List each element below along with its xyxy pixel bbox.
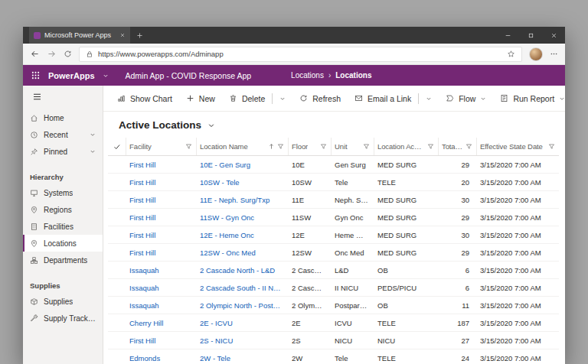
filter-icon[interactable] (185, 143, 192, 150)
table-row[interactable]: Issaquah2 Olympic North - Postpartum2 Ol… (108, 297, 559, 314)
sidebar-item-pinned[interactable]: Pinned (23, 143, 103, 160)
table-row[interactable]: Cherry Hill2E - ICVU2EICVUTELE1873/15/20… (108, 314, 559, 332)
command-flow-button[interactable]: Flow (439, 89, 492, 109)
sidebar-item-home[interactable]: Home (23, 109, 103, 126)
cell-location_name[interactable]: 2E - ICVU (197, 319, 289, 327)
table-row[interactable]: First Hill2S - NICU2SNICUNICU273/15/2020… (108, 332, 559, 349)
view-title[interactable]: Active Locations (119, 119, 201, 131)
row-checkbox[interactable] (108, 174, 126, 190)
filter-icon[interactable] (427, 143, 434, 150)
select-all-checkbox[interactable] (108, 138, 126, 155)
browser-titlebar[interactable]: Microsoft Power Apps (23, 27, 565, 44)
breadcrumb-item[interactable]: Locations (291, 71, 324, 80)
cell-facility[interactable]: Issaquah (126, 284, 197, 292)
command-email-a-link-button[interactable]: Email a Link (348, 89, 438, 109)
powerapps-brand[interactable]: PowerApps (48, 71, 95, 80)
column-header-location-name[interactable]: Location Name (197, 138, 289, 155)
command-delete-button[interactable]: Delete (223, 89, 292, 109)
row-checkbox[interactable] (108, 156, 126, 173)
chevron-down-icon[interactable] (90, 148, 96, 154)
command-show-chart-button[interactable]: Show Chart (111, 89, 178, 109)
row-checkbox[interactable] (108, 349, 126, 364)
address-bar[interactable]: https://www.powerapps.com/Adminapp (79, 47, 522, 62)
cell-location_name[interactable]: 2W - Tele (197, 354, 289, 362)
table-row[interactable]: First Hill11E - Neph. Surg/Txp11ENeph. S… (108, 191, 559, 209)
cell-facility[interactable]: First Hill (126, 336, 197, 345)
table-row[interactable]: Issaquah2 Cascade North - L&D2 Cascade .… (108, 262, 559, 279)
cell-location_name[interactable]: 2S - NICU (197, 336, 289, 345)
cell-facility[interactable]: First Hill (126, 231, 197, 239)
column-header-floor[interactable]: Floor (289, 138, 332, 155)
column-header-unit[interactable]: Unit (332, 138, 374, 155)
cell-location_name[interactable]: 11SW - Gyn Onc (197, 213, 289, 222)
row-checkbox[interactable] (108, 191, 126, 208)
close-button[interactable] (542, 27, 565, 44)
back-button[interactable] (30, 49, 40, 59)
cell-location_name[interactable]: 2 Cascade South - II NICU (197, 284, 289, 292)
sitemap-menu-icon[interactable] (23, 86, 51, 109)
cell-location_name[interactable]: 11E - Neph. Surg/Txp (197, 196, 289, 204)
minimize-button[interactable] (496, 27, 519, 44)
profile-avatar[interactable] (529, 47, 543, 61)
row-checkbox[interactable] (108, 209, 126, 226)
cell-location_name[interactable]: 2 Olympic North - Postpartum (197, 301, 289, 310)
table-row[interactable]: First Hill10E - Gen Surg10EGen SurgMED S… (108, 156, 559, 174)
filter-icon[interactable] (466, 143, 472, 150)
filter-icon[interactable] (277, 143, 284, 150)
command-refresh-button[interactable]: Refresh (293, 89, 347, 109)
column-header-facility[interactable]: Facility (126, 138, 197, 155)
chevron-down-icon[interactable] (90, 132, 96, 138)
chevron-down-icon[interactable] (207, 122, 215, 129)
cell-facility[interactable]: Issaquah (126, 301, 197, 310)
table-row[interactable]: First Hill12SW - Onc Med12SWOnc MedMED S… (108, 244, 559, 262)
row-checkbox[interactable] (108, 279, 126, 296)
sidebar-item-departments[interactable]: Departments (23, 252, 103, 268)
cell-facility[interactable]: First Hill (126, 196, 197, 204)
chevron-down-icon[interactable] (103, 73, 109, 79)
filter-icon[interactable] (320, 143, 327, 150)
table-row[interactable]: First Hill10SW - Tele10SWTeleTELE203/15/… (108, 174, 559, 191)
command-new-button[interactable]: New (180, 89, 221, 109)
column-header-effective-state-date[interactable]: Effective State Date (477, 138, 559, 155)
cell-facility[interactable]: First Hill (126, 213, 197, 222)
filter-icon[interactable] (363, 143, 370, 150)
tab-close-icon[interactable] (119, 32, 126, 38)
row-checkbox[interactable] (108, 297, 126, 314)
new-tab-button[interactable] (136, 32, 143, 39)
sidebar-item-facilities[interactable]: Facilities (23, 218, 103, 235)
row-checkbox[interactable] (108, 314, 126, 331)
table-row[interactable]: Issaquah2 Cascade South - II NICU2 Casca… (108, 279, 559, 297)
command-run-report-button[interactable]: Run Report (494, 89, 565, 109)
sidebar-item-recent[interactable]: Recent (23, 126, 103, 143)
table-row[interactable]: First Hill11SW - Gyn Onc11SWGyn OncMED S… (108, 209, 559, 226)
cell-facility[interactable]: First Hill (126, 161, 197, 169)
maximize-button[interactable] (519, 27, 542, 44)
column-header-total-beds[interactable]: Total Beds (439, 138, 477, 155)
cell-facility[interactable]: First Hill (126, 249, 197, 257)
row-checkbox[interactable] (108, 262, 126, 278)
browser-menu-icon[interactable] (550, 50, 558, 58)
command-email-a-link-dropdown-icon[interactable] (426, 96, 432, 102)
row-checkbox[interactable] (108, 244, 126, 261)
cell-location_name[interactable]: 10SW - Tele (197, 178, 289, 187)
waffle-icon[interactable] (31, 70, 41, 80)
view-selector[interactable]: Active Locations (103, 112, 565, 138)
sidebar-item-supplies[interactable]: Supplies (23, 293, 103, 310)
table-row[interactable]: Edmonds2W - Tele2WTeleTELE243/15/2020 7:… (108, 349, 559, 364)
cell-facility[interactable]: First Hill (126, 178, 197, 187)
cell-location_name[interactable]: 2 Cascade North - L&D (197, 266, 289, 275)
breadcrumb-item-current[interactable]: Locations (335, 71, 371, 80)
row-checkbox[interactable] (108, 332, 126, 349)
forward-button[interactable] (47, 49, 57, 59)
cell-location_name[interactable]: 12E - Heme Onc (197, 231, 289, 239)
filter-icon[interactable] (548, 143, 555, 150)
row-checkbox[interactable] (108, 226, 126, 243)
refresh-page-button[interactable] (64, 50, 72, 58)
cell-location_name[interactable]: 10E - Gen Surg (197, 161, 289, 169)
sidebar-item-supply-trackings[interactable]: Supply Trackings (23, 310, 103, 327)
favorite-star-icon[interactable] (507, 50, 515, 58)
sidebar-item-locations[interactable]: Locations (23, 235, 103, 252)
command-delete-dropdown-icon[interactable] (279, 96, 286, 102)
sidebar-item-systems[interactable]: Systems (23, 184, 103, 201)
cell-facility[interactable]: Edmonds (126, 354, 197, 362)
